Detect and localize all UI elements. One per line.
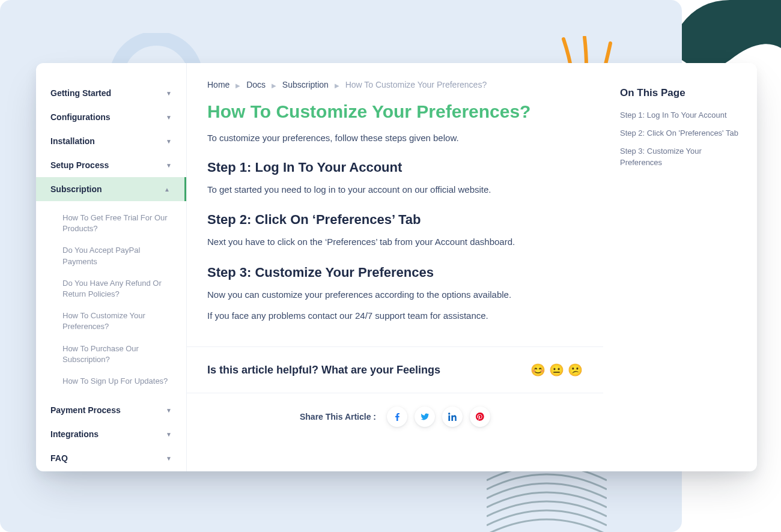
toc-link[interactable]: Step 3: Customize Your Preferences (620, 146, 740, 168)
sidebar-item-label: Getting Started (50, 88, 111, 98)
step-body: Now you can customize your preferences a… (207, 288, 583, 301)
share-bar: Share This Article : (187, 393, 603, 443)
chevron-down-icon: ▼ (166, 455, 172, 462)
toc-title: On This Page (620, 87, 740, 99)
sidebar-item-label: Configurations (50, 112, 111, 122)
toc-link[interactable]: Step 1: Log In To Your Account (620, 110, 740, 121)
pinterest-icon (476, 413, 484, 421)
breadcrumb: Home ▶ Docs ▶ Subscription ▶ How To Cust… (207, 80, 583, 89)
article-main: Home ▶ Docs ▶ Subscription ▶ How To Cust… (187, 63, 603, 471)
share-facebook-button[interactable] (387, 407, 407, 427)
sidebar-item-integrations[interactable]: Integrations ▼ (36, 422, 186, 446)
chevron-up-icon: ▲ (164, 186, 170, 193)
sidebar-item-installation[interactable]: Installation ▼ (36, 129, 186, 153)
face-neutral-icon[interactable]: 😐 (549, 363, 564, 377)
chevron-down-icon: ▼ (166, 407, 172, 414)
face-sad-icon[interactable]: 😕 (568, 363, 583, 377)
sidebar-item-label: Subscription (50, 184, 102, 194)
facebook-icon (393, 413, 401, 421)
feedback-bar: Is this article helpful? What are your F… (187, 346, 603, 393)
chevron-down-icon: ▼ (166, 90, 172, 97)
docs-card: Getting Started ▼ Configurations ▼ Insta… (36, 63, 757, 471)
sidebar-subitem[interactable]: Do You Accept PayPal Payments (36, 240, 186, 272)
sidebar-item-payment-process[interactable]: Payment Process ▼ (36, 398, 186, 422)
article-closing: If you face any problems contact our 24/… (207, 309, 583, 322)
step-heading: Step 3: Customize Your Preferences (207, 265, 583, 280)
chevron-down-icon: ▼ (166, 138, 172, 145)
article-title: How To Customize Your Preferences? (207, 101, 583, 122)
share-buttons (387, 407, 490, 427)
sidebar: Getting Started ▼ Configurations ▼ Insta… (36, 63, 187, 471)
share-linkedin-button[interactable] (442, 407, 463, 427)
chevron-down-icon: ▼ (166, 431, 172, 438)
feedback-question: Is this article helpful? What are your F… (207, 364, 440, 376)
breadcrumb-link[interactable]: Docs (246, 80, 266, 89)
step-heading: Step 2: Click On ‘Preferences’ Tab (207, 212, 583, 228)
sidebar-item-setup-process[interactable]: Setup Process ▼ (36, 153, 186, 177)
breadcrumb-current: How To Customize Your Preferences? (345, 80, 487, 89)
toc-link[interactable]: Step 2: Click On 'Preferences' Tab (620, 128, 740, 139)
article-intro: To customize your preferences, follow th… (207, 133, 583, 143)
share-twitter-button[interactable] (415, 407, 435, 427)
sidebar-item-faq[interactable]: FAQ ▼ (36, 446, 186, 470)
sidebar-item-label: Payment Process (50, 405, 121, 415)
sidebar-item-configurations[interactable]: Configurations ▼ (36, 105, 186, 129)
sidebar-item-getting-started[interactable]: Getting Started ▼ (36, 81, 186, 105)
share-pinterest-button[interactable] (470, 407, 490, 427)
step-heading: Step 1: Log In To Your Account (207, 160, 583, 175)
twitter-icon (421, 413, 429, 421)
chevron-right-icon: ▶ (335, 82, 339, 89)
sidebar-subitem[interactable]: How To Sign Up For Updates? (36, 370, 186, 392)
chevron-right-icon: ▶ (272, 82, 276, 89)
on-this-page-panel: On This Page Step 1: Log In To Your Acco… (603, 63, 757, 471)
sidebar-item-label: Integrations (50, 429, 99, 439)
sidebar-subitem[interactable]: Do You Have Any Refund Or Return Policie… (36, 273, 186, 305)
sidebar-sublist: How To Get Free Trial For Our Products? … (36, 201, 186, 398)
chevron-down-icon: ▼ (166, 162, 172, 169)
sidebar-subitem[interactable]: How To Get Free Trial For Our Products? (36, 207, 186, 240)
sidebar-item-label: Installation (50, 136, 95, 146)
chevron-down-icon: ▼ (166, 114, 172, 121)
breadcrumb-link[interactable]: Subscription (282, 80, 329, 89)
sidebar-item-label: FAQ (50, 453, 68, 463)
step-body: To get started you need to log in to you… (207, 183, 583, 196)
chevron-right-icon: ▶ (236, 82, 240, 89)
breadcrumb-link[interactable]: Home (207, 80, 229, 89)
linkedin-icon (448, 413, 457, 421)
sidebar-item-subscription[interactable]: Subscription ▲ (36, 177, 186, 201)
sidebar-item-label: Setup Process (50, 160, 109, 170)
sidebar-subitem[interactable]: How To Purchase Our Subscription? (36, 338, 186, 370)
sidebar-subitem[interactable]: How To Customize Your Preferences? (36, 305, 186, 337)
feedback-faces: 😊 😐 😕 (530, 363, 583, 377)
face-happy-icon[interactable]: 😊 (530, 363, 545, 377)
share-label: Share This Article : (300, 412, 376, 422)
step-body: Next you have to click on the ‘Preferenc… (207, 235, 583, 249)
